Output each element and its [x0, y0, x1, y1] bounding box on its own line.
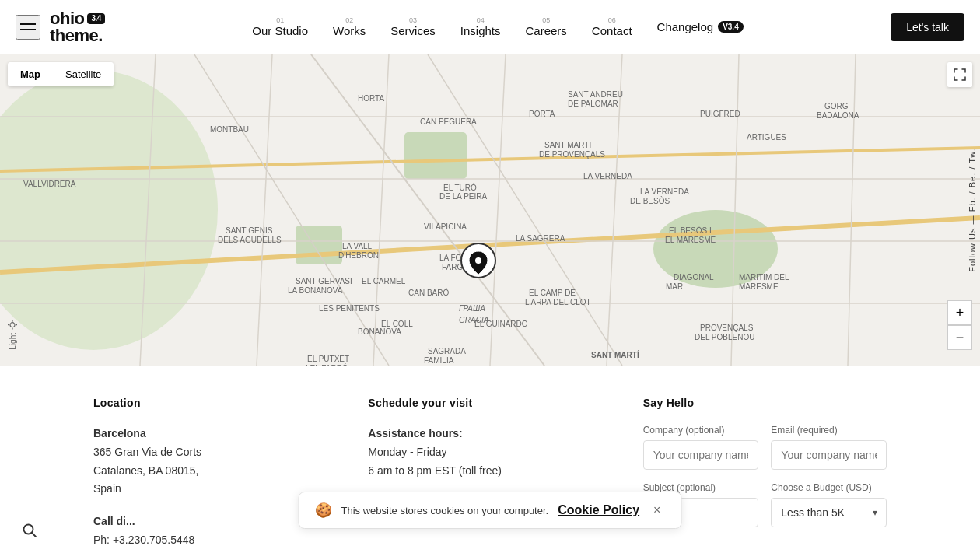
logo-version-badge: 3.4 — [87, 13, 104, 24]
map-follow-label: Follow Us — Fb. / Be. / Tw. — [964, 140, 980, 279]
svg-text:MONTBAU: MONTBAU — [210, 125, 249, 134]
svg-text:SANT MARTÍ: SANT MARTÍ — [591, 350, 639, 359]
main-nav: 01 Our Studio 02 Works 03 Services 04 In… — [240, 10, 755, 44]
svg-text:HORTA: HORTA — [358, 94, 384, 103]
map-tab-map[interactable]: Map — [8, 62, 53, 86]
svg-text:MARITIM DEL: MARITIM DEL — [739, 273, 789, 282]
logo: ohio 3.4 theme. — [50, 10, 105, 44]
map-zoom-in-button[interactable]: + — [947, 300, 972, 325]
map-fullscreen-button[interactable] — [947, 62, 972, 87]
schedule-hours1: Monday - Friday — [368, 446, 446, 458]
svg-text:VALLVIDRERA: VALLVIDRERA — [23, 180, 76, 188]
company-input[interactable] — [643, 440, 759, 470]
map-svg: VALLVIDRERA MONTBAU HORTA CAN PEGUERA PO… — [0, 54, 980, 366]
cookie-close-button[interactable]: × — [649, 502, 665, 519]
say-hello-title: Say Hello — [643, 397, 887, 409]
budget-select-wrapper: Less than 5K 5K - 10K 10K - 25K 25K+ ▾ — [771, 498, 887, 527]
svg-text:BONANOVA: BONANOVA — [358, 327, 401, 336]
svg-text:LA VALL: LA VALL — [342, 242, 373, 250]
nav-item-insights[interactable]: 04 Insights — [448, 10, 513, 44]
svg-text:D'HEBRON: D'HEBRON — [338, 251, 379, 260]
svg-text:MAR: MAR — [666, 282, 683, 291]
svg-rect-3 — [296, 226, 342, 264]
svg-text:ARTIGUES: ARTIGUES — [747, 133, 786, 142]
svg-text:EL CARMEL: EL CARMEL — [362, 277, 406, 285]
header: ohio 3.4 theme. 01 Our Studio 02 Works 0… — [0, 0, 980, 54]
svg-text:CAN BARÓ: CAN BARÓ — [408, 288, 449, 297]
hamburger-line — [20, 23, 36, 25]
fullscreen-icon — [954, 68, 966, 81]
search-icon — [22, 523, 37, 538]
map-background: VALLVIDRERA MONTBAU HORTA CAN PEGUERA PO… — [0, 54, 980, 366]
company-field-group: Company (optional) — [643, 425, 759, 470]
budget-select[interactable]: Less than 5K 5K - 10K 10K - 25K 25K+ — [771, 498, 887, 527]
svg-text:LES PENITENTS: LES PENITENTS — [319, 304, 380, 313]
svg-line-82 — [32, 533, 36, 537]
nav-item-contact[interactable]: 06 Contact — [579, 10, 645, 44]
svg-text:LA VERNEDA: LA VERNEDA — [583, 172, 632, 180]
location-address2: Catalanes, BA 08015, — [93, 464, 198, 477]
svg-text:CAN PEGUERA: CAN PEGUERA — [420, 117, 477, 126]
cookie-text: This website stores cookies on your comp… — [341, 505, 549, 516]
svg-text:LA VERNEDA: LA VERNEDA — [640, 187, 689, 196]
map-container: VALLVIDRERA MONTBAU HORTA CAN PEGUERA PO… — [0, 54, 980, 366]
svg-text:DIAGONAL: DIAGONAL — [674, 273, 714, 282]
nav-item-works[interactable]: 02 Works — [320, 10, 378, 44]
company-label: Company (optional) — [643, 425, 759, 436]
hamburger-button[interactable] — [16, 15, 40, 40]
location-address3: Spain — [93, 482, 121, 495]
svg-text:PUIGFRED: PUIGFRED — [700, 110, 740, 118]
svg-text:EL COLL: EL COLL — [381, 320, 413, 328]
logo-name: ohio 3.4 — [50, 10, 105, 27]
svg-text:SANT ANDREU: SANT ANDREU — [568, 90, 623, 99]
schedule-title: Schedule your visit — [368, 397, 611, 409]
email-label: Email (required) — [771, 425, 887, 436]
nav-item-services[interactable]: 03 Services — [378, 10, 448, 44]
svg-text:L'ARPA DEL CLOT: L'ARPA DEL CLOT — [525, 298, 591, 306]
logo-suffix: theme. — [50, 27, 105, 44]
svg-text:EL BESÒS I: EL BESÒS I — [669, 226, 712, 235]
nav-item-careers[interactable]: 05 Careers — [513, 10, 579, 44]
svg-text:EL PUTXET: EL PUTXET — [307, 355, 349, 363]
map-zoom-out-button[interactable]: − — [947, 325, 972, 350]
map-controls-top: Map Satellite — [8, 62, 114, 86]
changelog-badge: V3.4 — [718, 21, 744, 33]
svg-point-76 — [10, 323, 15, 327]
location-call-title: Call di... — [93, 515, 135, 527]
email-input[interactable] — [771, 440, 887, 470]
location-title: Location — [93, 397, 337, 409]
svg-text:EL MARESME: EL MARESME — [665, 236, 716, 244]
svg-text:PORTA: PORTA — [529, 110, 555, 118]
svg-text:SANT MARTI: SANT MARTI — [544, 141, 591, 149]
assistance-label: Assistance hours: — [368, 427, 462, 439]
svg-text:GORG: GORG — [824, 102, 849, 110]
hamburger-line — [20, 29, 36, 30]
location-city: Barcelona — [93, 427, 146, 439]
svg-text:SAGRADA: SAGRADA — [428, 347, 466, 355]
cookie-banner: 🍪 This website stores cookies on your co… — [299, 492, 682, 529]
svg-text:LA BONANOVA: LA BONANOVA — [288, 286, 343, 295]
svg-text:EL TURÓ: EL TURÓ — [443, 183, 477, 192]
svg-text:BADALONA: BADALONA — [817, 111, 859, 120]
header-left: ohio 3.4 theme. — [16, 10, 105, 44]
cookie-policy-link[interactable]: Cookie Policy — [558, 503, 639, 517]
changelog-button[interactable]: Changelog V3.4 — [645, 14, 756, 40]
svg-text:EL GUINARDO: EL GUINARDO — [474, 320, 528, 328]
svg-text:DE LA PEIRA: DE LA PEIRA — [439, 192, 487, 201]
location-phone-number: Ph: +3.230.705.5448 — [93, 534, 194, 546]
search-button[interactable] — [16, 516, 44, 544]
lets-talk-button[interactable]: Let's talk — [891, 13, 964, 41]
svg-text:LA SAGRERA: LA SAGRERA — [516, 234, 565, 243]
settings-icon — [8, 320, 17, 330]
map-light-label: Light — [8, 320, 17, 350]
email-field-group: Email (required) — [771, 425, 887, 470]
svg-text:DELS AGUDELLS: DELS AGUDELLS — [218, 236, 282, 244]
cookie-icon: 🍪 — [315, 502, 332, 519]
nav-item-our-studio[interactable]: 01 Our Studio — [240, 10, 320, 44]
map-zoom-controls: + − — [947, 300, 972, 350]
svg-text:SANT GERVASI: SANT GERVASI — [296, 277, 352, 285]
location-body: Barcelona 365 Gran Via de Corts Catalane… — [93, 425, 337, 499]
map-tab-satellite[interactable]: Satellite — [53, 62, 114, 86]
budget-field-group: Choose a Budget (USD) Less than 5K 5K - … — [771, 482, 887, 527]
svg-rect-2 — [404, 132, 467, 179]
